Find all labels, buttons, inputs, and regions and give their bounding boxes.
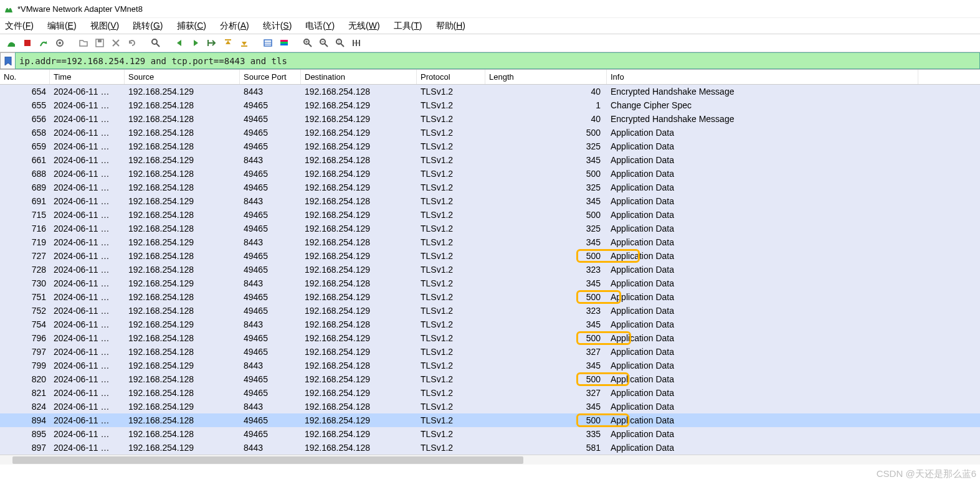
stop-icon[interactable]: [20, 35, 35, 50]
close-icon[interactable]: [108, 35, 123, 50]
packet-cell: 192.168.254.129: [301, 249, 417, 263]
packet-cell: 8443: [240, 85, 301, 98]
packet-row[interactable]: 7152024-06-11 …192.168.254.12849465192.1…: [0, 208, 980, 222]
packet-cell: Application Data: [607, 139, 980, 153]
packet-row[interactable]: 7192024-06-11 …192.168.254.1298443192.16…: [0, 235, 980, 249]
packet-cell: 192.168.254.129: [301, 290, 417, 304]
column-header[interactable]: Time: [50, 70, 125, 84]
menu-v[interactable]: 视图(V): [90, 21, 120, 32]
packet-row[interactable]: 7972024-06-11 …192.168.254.12849465192.1…: [0, 345, 980, 359]
prev-icon[interactable]: [172, 35, 187, 50]
goto-icon[interactable]: [204, 35, 219, 50]
packet-row[interactable]: 7522024-06-11 …192.168.254.12849465192.1…: [0, 304, 980, 318]
packet-cell: 192.168.254.128: [125, 98, 240, 112]
packet-row[interactable]: 8242024-06-11 …192.168.254.1298443192.16…: [0, 400, 980, 413]
column-header[interactable]: Source: [125, 70, 240, 84]
menu-a[interactable]: 分析(A): [220, 21, 249, 32]
packet-row[interactable]: 6542024-06-11 …192.168.254.1298443192.16…: [0, 85, 980, 98]
column-header[interactable]: Destination: [301, 70, 417, 84]
menu-h[interactable]: 帮助(H): [436, 21, 465, 32]
packet-row[interactable]: 8952024-06-11 …192.168.254.12849465192.1…: [0, 427, 980, 441]
packet-cell: TLSv1.2: [417, 345, 485, 359]
shark-fin-icon[interactable]: [4, 35, 19, 50]
autoscroll-icon[interactable]: [260, 35, 275, 50]
svg-rect-14: [280, 42, 288, 44]
open-icon[interactable]: [76, 35, 91, 50]
packet-list[interactable]: 6542024-06-11 …192.168.254.1298443192.16…: [0, 85, 980, 455]
packet-row[interactable]: 6882024-06-11 …192.168.254.12849465192.1…: [0, 167, 980, 181]
packet-row[interactable]: 6582024-06-11 …192.168.254.12849465192.1…: [0, 126, 980, 139]
packet-row[interactable]: 8202024-06-11 …192.168.254.12849465192.1…: [0, 372, 980, 386]
packet-cell: 797: [0, 345, 50, 359]
bottom-icon[interactable]: [237, 35, 252, 50]
packet-row[interactable]: 6892024-06-11 …192.168.254.12849465192.1…: [0, 181, 980, 194]
packet-cell: TLSv1.2: [417, 235, 485, 249]
column-header[interactable]: Info: [607, 70, 918, 84]
packet-cell: TLSv1.2: [417, 181, 485, 194]
packet-cell: 192.168.254.129: [125, 318, 240, 331]
packet-row[interactable]: 7992024-06-11 …192.168.254.1298443192.16…: [0, 359, 980, 372]
packet-row[interactable]: 6562024-06-11 …192.168.254.12849465192.1…: [0, 112, 980, 126]
packet-cell: Application Data: [607, 318, 980, 331]
packet-row[interactable]: 7962024-06-11 …192.168.254.12849465192.1…: [0, 331, 980, 345]
bookmark-icon[interactable]: [0, 52, 15, 69]
packet-cell: 8443: [240, 318, 301, 331]
packet-row[interactable]: 7542024-06-11 …192.168.254.1298443192.16…: [0, 318, 980, 331]
packet-cell: TLSv1.2: [417, 153, 485, 167]
packet-row[interactable]: 7282024-06-11 …192.168.254.12849465192.1…: [0, 263, 980, 276]
packet-row[interactable]: 6612024-06-11 …192.168.254.1298443192.16…: [0, 153, 980, 167]
packet-cell: 752: [0, 304, 50, 318]
top-icon[interactable]: [221, 35, 235, 50]
find-icon[interactable]: [148, 35, 163, 50]
menu-t[interactable]: 工具(T): [394, 21, 422, 32]
packet-row[interactable]: 7512024-06-11 …192.168.254.12849465192.1…: [0, 290, 980, 304]
menu-f[interactable]: 文件(F): [5, 21, 34, 32]
packet-row[interactable]: 6552024-06-11 …192.168.254.12849465192.1…: [0, 98, 980, 112]
packet-row[interactable]: 6592024-06-11 …192.168.254.12849465192.1…: [0, 139, 980, 153]
column-header[interactable]: Source Port: [240, 70, 301, 84]
packet-cell: 500: [485, 126, 607, 139]
horizontal-scrollbar[interactable]: [0, 455, 980, 464]
packet-cell: 192.168.254.129: [125, 276, 240, 290]
packet-cell: 1: [485, 98, 607, 112]
column-header[interactable]: Length: [485, 70, 607, 84]
menu-e[interactable]: 编辑(E): [47, 21, 77, 32]
menu-c[interactable]: 捕获(C): [177, 21, 206, 32]
packet-cell: 8443: [240, 276, 301, 290]
packet-cell: 192.168.254.129: [301, 427, 417, 441]
zoom-in-icon[interactable]: [300, 35, 315, 50]
packet-row[interactable]: 6912024-06-11 …192.168.254.1298443192.16…: [0, 194, 980, 208]
restart-icon[interactable]: [36, 35, 51, 50]
menu-s[interactable]: 统计(S): [263, 21, 292, 32]
packet-cell: 49465: [240, 290, 301, 304]
zoom-reset-icon[interactable]: 1: [333, 35, 348, 50]
packet-cell: 345: [485, 194, 607, 208]
options-icon[interactable]: [52, 35, 67, 50]
packet-row[interactable]: 8972024-06-11 …192.168.254.1298443192.16…: [0, 441, 980, 455]
packet-cell: 192.168.254.128: [125, 112, 240, 126]
next-icon[interactable]: [188, 35, 203, 50]
column-header[interactable]: No.: [0, 70, 50, 84]
display-filter-input[interactable]: [15, 52, 980, 69]
packet-row[interactable]: 7162024-06-11 …192.168.254.12849465192.1…: [0, 222, 980, 235]
colorize-icon[interactable]: [277, 35, 292, 50]
packet-cell: Application Data: [607, 126, 980, 139]
column-header[interactable]: Protocol: [417, 70, 485, 84]
packet-row[interactable]: 7272024-06-11 …192.168.254.12849465192.1…: [0, 249, 980, 263]
scrollbar-thumb[interactable]: [12, 456, 523, 464]
svg-line-21: [325, 44, 328, 47]
reload-icon[interactable]: [125, 35, 140, 50]
packet-row[interactable]: 7302024-06-11 …192.168.254.1298443192.16…: [0, 276, 980, 290]
save-icon[interactable]: [92, 35, 107, 50]
zoom-out-icon[interactable]: [316, 35, 331, 50]
watermark: CSDN @天还是那么蓝6: [877, 468, 976, 480]
packet-cell: Application Data: [607, 194, 980, 208]
menu-y[interactable]: 电话(Y): [305, 21, 335, 32]
resize-columns-icon[interactable]: [349, 35, 364, 50]
menu-w[interactable]: 无线(W): [348, 21, 380, 32]
packet-row[interactable]: 8212024-06-11 …192.168.254.12849465192.1…: [0, 386, 980, 400]
packet-cell: TLSv1.2: [417, 427, 485, 441]
menu-g[interactable]: 跳转(G): [133, 21, 163, 32]
packet-row[interactable]: 8942024-06-11 …192.168.254.12849465192.1…: [0, 413, 980, 427]
packet-cell: 192.168.254.128: [125, 222, 240, 235]
